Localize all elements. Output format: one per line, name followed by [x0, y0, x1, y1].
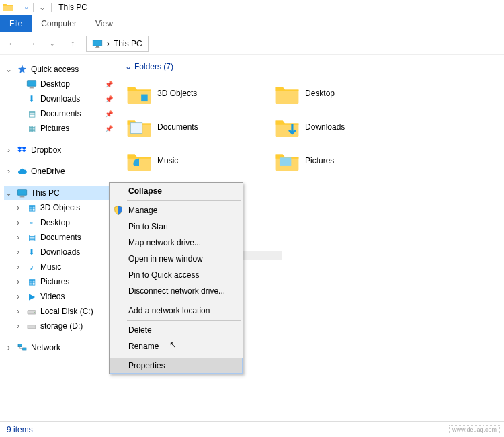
folder-downloads[interactable]: Downloads	[273, 110, 421, 144]
sidebar-item-pictures[interactable]: ›▦Pictures	[4, 274, 118, 289]
item-icon: ▦	[26, 276, 38, 288]
svg-rect-8	[130, 123, 142, 134]
chevron-right-icon[interactable]: ›	[4, 343, 13, 352]
ctx-delete[interactable]: Delete	[110, 322, 243, 338]
forward-button[interactable]: →	[26, 37, 39, 50]
ctx-label: Pin to Start	[128, 222, 168, 231]
folder-pictures[interactable]: Pictures	[273, 144, 421, 177]
downloads-icon: ⬇	[26, 93, 38, 105]
sidebar-item-pictures[interactable]: ▦ Pictures 📌	[4, 121, 118, 136]
status-bar: 9 items	[0, 421, 504, 437]
ctx-pin-to-start[interactable]: Pin to Start	[110, 218, 243, 235]
ctx-pin-to-quick-access[interactable]: Pin to Quick access	[110, 267, 243, 283]
chevron-down-icon: ⌄	[125, 62, 132, 71]
chevron-right-icon[interactable]: ›	[13, 218, 23, 227]
sidebar-item-downloads[interactable]: ⬇ Downloads 📌	[4, 91, 118, 106]
folder-3d-objects[interactable]: 3D Objects	[125, 77, 273, 110]
sidebar-item-music[interactable]: ›♪Music	[4, 260, 118, 274]
ctx-open-in-new-window[interactable]: Open in new window	[110, 251, 243, 267]
folder-label: Music	[157, 156, 178, 165]
folder-documents[interactable]: Documents	[125, 110, 273, 144]
recent-dropdown-icon[interactable]: ⌄	[46, 37, 59, 50]
folder-label: Pictures	[305, 156, 334, 165]
dropbox-icon	[16, 144, 28, 156]
folder-icon	[273, 79, 301, 108]
sidebar-item-desktop[interactable]: ›▫Desktop	[4, 215, 118, 230]
sidebar-item-this-pc[interactable]: ⌄ This PC	[4, 186, 118, 200]
chevron-right-icon[interactable]: ›	[13, 277, 23, 286]
sidebar-item-dropbox[interactable]: › Dropbox	[4, 143, 118, 157]
chevron-right-icon[interactable]: ›	[13, 321, 23, 331]
up-button[interactable]: ↑	[66, 37, 79, 50]
chevron-right-icon[interactable]: ›	[13, 203, 23, 212]
file-tab[interactable]: File	[0, 15, 32, 32]
sidebar-item-label: Videos	[40, 292, 65, 301]
sidebar-item-desktop[interactable]: Desktop 📌	[4, 77, 118, 91]
chevron-down-icon[interactable]: ⌄	[4, 188, 13, 198]
ctx-label: Pin to Quick access	[128, 270, 199, 280]
chevron-right-icon[interactable]: ›	[4, 145, 13, 155]
sidebar-item-local-disk-c-[interactable]: ›Local Disk (C:)	[4, 304, 118, 319]
pin-icon: 📌	[105, 110, 113, 118]
folder-label: Downloads	[305, 122, 345, 132]
sidebar-item-label: Desktop	[40, 79, 70, 89]
sidebar-item-label: Dropbox	[31, 145, 61, 155]
star-icon	[16, 63, 28, 75]
address-bar[interactable]: › This PC	[86, 36, 149, 52]
chevron-down-icon[interactable]: ⌄	[4, 65, 13, 74]
chevron-right-icon[interactable]: ›	[13, 307, 23, 316]
sidebar-item-label: Pictures	[40, 277, 69, 286]
ctx-collapse[interactable]: Collapse	[110, 183, 243, 199]
chevron-right-icon[interactable]: ›	[13, 247, 23, 257]
ctx-label: Disconnect network drive...	[128, 286, 225, 296]
sidebar-item-quick-access[interactable]: ⌄ Quick access	[4, 62, 118, 77]
qat-dropdown-icon[interactable]: ⌄	[39, 3, 46, 12]
folder-icon	[273, 113, 301, 141]
ctx-manage[interactable]: Manage	[110, 202, 243, 218]
tab-computer[interactable]: Computer	[32, 15, 86, 32]
back-button[interactable]: ←	[5, 37, 19, 50]
item-icon: ⬇	[26, 246, 38, 258]
ctx-add-a-network-location[interactable]: Add a network location	[110, 303, 243, 319]
ctx-label: Delete	[128, 325, 152, 335]
properties-qat-icon[interactable]: ▫	[25, 3, 28, 12]
chevron-right-icon[interactable]: ›	[13, 233, 23, 242]
pin-icon: 📌	[105, 125, 113, 132]
folders-section-header[interactable]: ⌄ Folders (7)	[125, 62, 504, 71]
sidebar-item-documents[interactable]: ›▤Documents	[4, 230, 118, 245]
folder-desktop[interactable]: Desktop	[273, 77, 421, 110]
ctx-label: Collapse	[128, 186, 162, 196]
monitor-icon	[16, 187, 28, 199]
ctx-properties[interactable]: Properties	[110, 358, 243, 374]
svg-rect-9	[280, 157, 291, 166]
sidebar-item-label: Network	[31, 343, 60, 352]
sidebar-item-network[interactable]: › Network	[4, 340, 118, 355]
monitor-icon	[92, 38, 103, 49]
folder-music[interactable]: Music	[125, 144, 273, 177]
tab-view[interactable]: View	[86, 15, 122, 32]
sidebar-item-storage-d-[interactable]: ›storage (D:)	[4, 319, 118, 333]
ctx-disconnect-network-drive-[interactable]: Disconnect network drive...	[110, 283, 243, 299]
item-icon: ▶	[26, 290, 38, 303]
title-bar: ▫ ⌄ This PC	[0, 0, 504, 15]
chevron-right-icon[interactable]: ›	[4, 167, 13, 176]
sidebar-item-downloads[interactable]: ›⬇Downloads	[4, 245, 118, 260]
sidebar-item-label: This PC	[31, 188, 60, 198]
chevron-right-icon[interactable]: ›	[13, 292, 23, 301]
folder-icon	[273, 147, 301, 175]
ctx-label: Add a network location	[128, 306, 210, 315]
sidebar-item-videos[interactable]: ›▶Videos	[4, 289, 118, 304]
sidebar-item-documents[interactable]: ▤ Documents 📌	[4, 106, 118, 121]
svg-rect-7	[141, 95, 148, 102]
sidebar-item-onedrive[interactable]: › OneDrive	[4, 164, 118, 179]
sidebar-item-label: Downloads	[40, 247, 80, 257]
sidebar-item-label: storage (D:)	[40, 321, 83, 331]
sidebar-item-label: Quick access	[31, 65, 79, 74]
sidebar-item-3d-objects[interactable]: ›▦3D Objects	[4, 200, 118, 215]
ctx-map-network-drive-[interactable]: Map network drive...	[110, 235, 243, 251]
sidebar-item-label: Downloads	[40, 94, 80, 104]
chevron-right-icon[interactable]: ›	[13, 262, 23, 272]
cloud-icon	[16, 165, 28, 177]
sidebar-item-label: Documents	[40, 109, 81, 118]
window-title: This PC	[58, 3, 87, 12]
